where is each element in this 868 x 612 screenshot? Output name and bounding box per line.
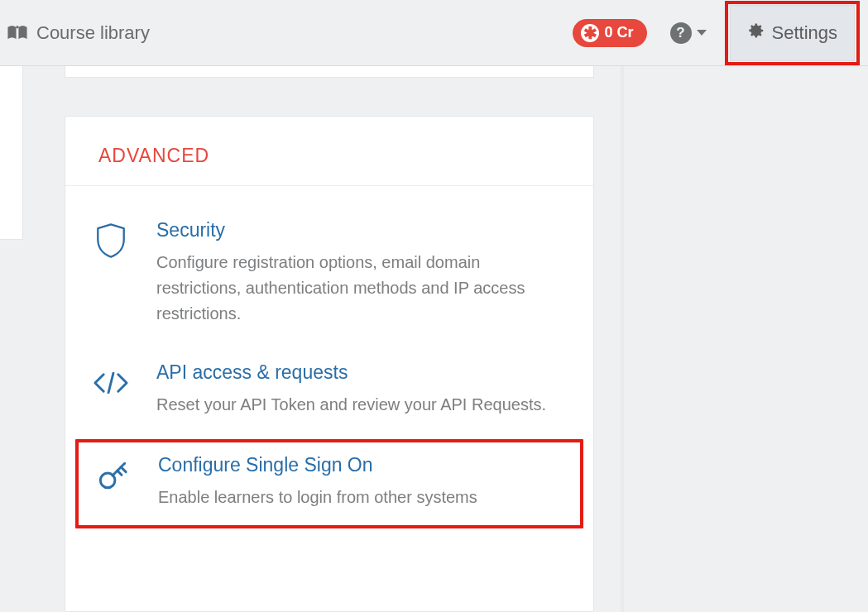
credits-label: 0 Cr — [604, 24, 633, 41]
panel-heading: ADVANCED — [98, 145, 560, 167]
question-icon: ? — [670, 22, 692, 44]
help-dropdown[interactable]: ? — [670, 22, 707, 44]
top-bar: Course library ✱ 0 Cr ? Settings — [0, 0, 868, 66]
divider-right — [621, 66, 624, 612]
settings-item-desc: Reset your API Token and review your API… — [156, 392, 563, 418]
settings-item-sso[interactable]: Configure Single Sign On Enable learners… — [75, 439, 583, 528]
card-sliver-top — [65, 66, 594, 78]
code-icon — [85, 361, 137, 418]
settings-list: Security Configure registration options,… — [65, 186, 593, 528]
svg-line-5 — [117, 471, 122, 475]
settings-highlight: Settings — [725, 1, 861, 65]
settings-item-title: Configure Single Sign On — [158, 454, 562, 476]
settings-label: Settings — [772, 22, 838, 44]
shield-icon — [85, 219, 137, 327]
svg-line-4 — [121, 467, 126, 472]
book-icon — [7, 24, 28, 42]
svg-rect-0 — [17, 26, 19, 28]
course-library-link[interactable]: Course library — [5, 22, 150, 44]
advanced-panel: ADVANCED Security Configure registration… — [65, 116, 594, 612]
settings-item-security[interactable]: Security Configure registration options,… — [80, 203, 578, 345]
gear-icon — [747, 22, 765, 45]
svg-line-1 — [108, 373, 113, 392]
sidebar-sliver — [0, 66, 23, 240]
content-stage: ADVANCED Security Configure registration… — [0, 66, 868, 612]
settings-item-api[interactable]: API access & requests Reset your API Tok… — [80, 345, 578, 436]
settings-item-title: Security — [156, 219, 563, 241]
settings-item-desc: Configure registration options, email do… — [156, 250, 563, 327]
panel-header: ADVANCED — [65, 117, 593, 186]
caret-down-icon — [697, 30, 707, 36]
key-icon — [87, 454, 138, 510]
settings-item-title: API access & requests — [156, 361, 563, 384]
settings-item-desc: Enable learners to login from other syst… — [158, 485, 562, 510]
credits-badge[interactable]: ✱ 0 Cr — [573, 19, 646, 47]
course-library-label: Course library — [36, 22, 150, 44]
settings-button[interactable]: Settings — [730, 5, 856, 61]
asterisk-icon: ✱ — [581, 24, 599, 42]
